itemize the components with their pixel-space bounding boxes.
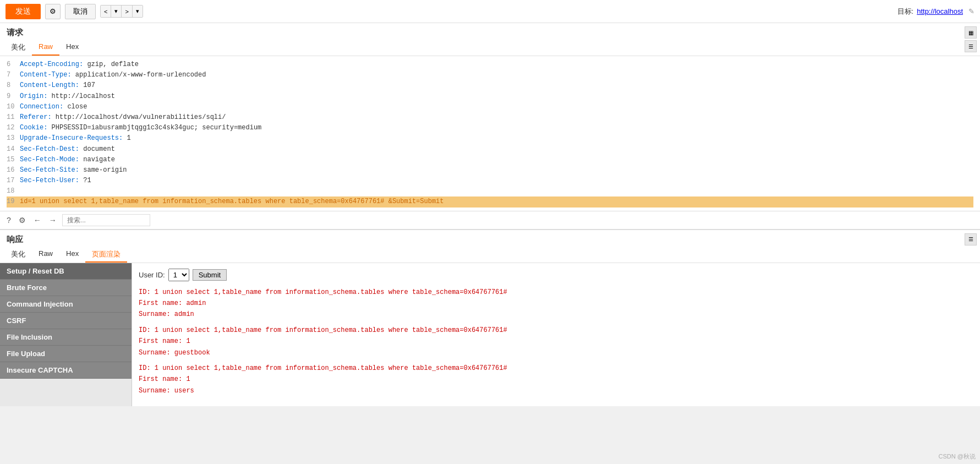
line-number: 13 xyxy=(7,133,20,144)
line-val: application/x-www-form-urlencoded xyxy=(72,71,206,79)
line-val: navigate xyxy=(79,156,115,163)
tab-beautify-response[interactable]: 美化 xyxy=(4,247,32,263)
nav-right-down-button[interactable]: ▾ xyxy=(133,6,143,17)
nav-group: < ▾ > ▾ xyxy=(100,5,143,18)
line-content: Accept-Encoding: gzip, deflate xyxy=(20,59,139,70)
main-toolbar: 发送 ⚙ 取消 < ▾ > ▾ 目标: http://localhost ✎ xyxy=(0,0,980,23)
line-val: same-origin xyxy=(79,166,127,174)
result-block: ID: 1 union select 1,table_name from inf… xyxy=(139,287,973,320)
submit-button[interactable]: Submit xyxy=(193,269,227,281)
line-number: 17 xyxy=(7,176,20,186)
line-val: http://localhost/dvwa/vulnerabilities/sq… xyxy=(52,113,226,121)
line-val: 1 xyxy=(123,134,130,142)
search-input[interactable] xyxy=(62,214,150,226)
response-icon-1[interactable]: ☰ xyxy=(965,233,977,245)
back-button[interactable]: ← xyxy=(31,215,43,226)
line-content: Origin: http://localhost xyxy=(20,91,115,102)
line-key: Origin: xyxy=(20,92,47,100)
line-number: 11 xyxy=(7,112,20,123)
line-key: Accept-Encoding: xyxy=(20,61,83,68)
line-val: PHPSESSID=iabusrambjtqgg1c3c4sk34guc; se… xyxy=(47,124,261,132)
line-number: 19 xyxy=(7,196,20,207)
form-row: User ID: 12345 Submit xyxy=(139,269,973,281)
line-content: Sec-Fetch-Mode: navigate xyxy=(20,155,115,165)
sidebar-item-brute-force[interactable]: Brute Force xyxy=(0,280,132,296)
request-icon-2[interactable]: ☰ xyxy=(965,40,977,52)
tab-hex-response[interactable]: Hex xyxy=(59,247,85,263)
result-surname: Surname: guestbook xyxy=(139,347,973,358)
gear-icon: ⚙ xyxy=(50,7,56,15)
request-title: 请求 xyxy=(0,23,980,40)
response-content: User ID: 12345 Submit ID: 1 union select… xyxy=(132,263,980,406)
line-number: 8 xyxy=(7,80,20,91)
result-surname: Surname: admin xyxy=(139,309,973,320)
send-button[interactable]: 发送 xyxy=(6,4,41,19)
edit-icon[interactable]: ✎ xyxy=(968,7,974,15)
response-side-icons: ☰ xyxy=(965,233,977,245)
gear-button[interactable]: ⚙ xyxy=(45,4,61,19)
nav-left-button[interactable]: < xyxy=(101,6,111,17)
tab-render-response[interactable]: 页面渲染 xyxy=(85,247,127,263)
line-content: Sec-Fetch-Dest: document xyxy=(20,144,115,155)
line-val: http://localhost xyxy=(47,92,114,100)
line-content: Connection: close xyxy=(20,102,87,112)
line-number: 18 xyxy=(7,186,20,196)
line-content: id=1 union select 1,table_name from info… xyxy=(20,196,444,207)
tab-beautify-request[interactable]: 美化 xyxy=(4,40,32,56)
tab-hex-request[interactable]: Hex xyxy=(59,40,85,56)
line-number: 15 xyxy=(7,155,20,165)
line-val: gzip, deflate xyxy=(83,61,139,68)
user-id-label: User ID: xyxy=(139,271,165,279)
line-key: Sec-Fetch-User: xyxy=(20,177,79,184)
line-key: Sec-Fetch-Dest: xyxy=(20,145,79,153)
line-val: 107 xyxy=(79,81,95,89)
line-content: Sec-Fetch-User: ?1 xyxy=(20,176,91,186)
help-button[interactable]: ? xyxy=(4,215,13,226)
line-key: Upgrade-Insecure-Requests: xyxy=(20,134,123,142)
result-id: ID: 1 union select 1,table_name from inf… xyxy=(139,363,973,374)
result-block: ID: 1 union select 1,table_name from inf… xyxy=(139,325,973,358)
tab-raw-request[interactable]: Raw xyxy=(32,40,59,56)
user-id-select[interactable]: 12345 xyxy=(168,269,189,281)
sidebar-item-csrf[interactable]: CSRF xyxy=(0,313,132,329)
line-key: Connection: xyxy=(20,103,63,111)
line-content: Referer: http://localhost/dvwa/vulnerabi… xyxy=(20,112,226,123)
response-results: ID: 1 union select 1,table_name from inf… xyxy=(139,287,973,397)
result-first: First name: 1 xyxy=(139,336,973,347)
line-number: 10 xyxy=(7,102,20,112)
sidebar-item-command-injection[interactable]: Command Injection xyxy=(0,296,132,313)
result-id: ID: 1 union select 1,table_name from inf… xyxy=(139,325,973,336)
nav-left-down-button[interactable]: ▾ xyxy=(111,6,122,17)
request-code-area[interactable]: 6Accept-Encoding: gzip, deflate7Content-… xyxy=(0,56,980,211)
line-content: Upgrade-Insecure-Requests: 1 xyxy=(20,133,131,144)
sidebar-item-file-inclusion[interactable]: File Inclusion xyxy=(0,329,132,346)
line-number: 16 xyxy=(7,165,20,176)
nav-right-button[interactable]: > xyxy=(122,6,132,17)
line-key: Referer: xyxy=(20,113,52,121)
result-surname: Surname: users xyxy=(139,385,973,396)
result-first: First name: admin xyxy=(139,298,973,309)
line-number: 9 xyxy=(7,91,20,102)
cancel-button[interactable]: 取消 xyxy=(65,4,96,19)
request-icon-1[interactable]: ▦ xyxy=(965,26,977,39)
forward-button[interactable]: → xyxy=(47,215,59,226)
result-block: ID: 1 union select 1,table_name from inf… xyxy=(139,363,973,396)
sidebar-item-file-upload[interactable]: File Upload xyxy=(0,346,132,362)
result-first: First name: 1 xyxy=(139,374,973,385)
sidebar-item-setup-/-reset-db[interactable]: Setup / Reset DB xyxy=(0,263,132,280)
line-number: 12 xyxy=(7,123,20,133)
line-key: Content-Type: xyxy=(20,71,72,79)
line-content: Content-Length: 107 xyxy=(20,80,95,91)
line-key: Content-Length: xyxy=(20,81,79,89)
response-section: 响应 ☰ 美化 Raw Hex 页面渲染 Setup / Reset DBBru… xyxy=(0,230,980,406)
response-tabs: 美化 Raw Hex 页面渲染 xyxy=(0,247,980,263)
nav-toolbar: ? ⚙ ← → xyxy=(0,211,980,230)
sidebar-item-insecure-captcha[interactable]: Insecure CAPTCHA xyxy=(0,362,132,379)
request-tabs: 美化 Raw Hex xyxy=(0,40,980,56)
result-id: ID: 1 union select 1,table_name from inf… xyxy=(139,287,973,298)
target-url[interactable]: http://localhost xyxy=(917,7,963,15)
nav-gear-button[interactable]: ⚙ xyxy=(17,215,28,226)
tab-raw-response[interactable]: Raw xyxy=(32,247,59,263)
line-content: Cookie: PHPSESSID=iabusrambjtqgg1c3c4sk3… xyxy=(20,123,261,133)
line-key: Sec-Fetch-Site: xyxy=(20,166,79,174)
